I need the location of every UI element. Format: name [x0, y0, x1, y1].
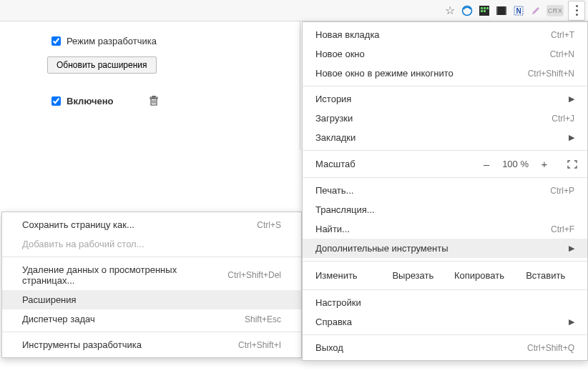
submenu-dev-tools[interactable]: Инструменты разработчика Ctrl+Shift+I	[2, 335, 301, 354]
enabled-label: Включено	[67, 96, 114, 106]
enabled-row: Включено	[52, 95, 283, 106]
edit-cut-button[interactable]: Вырезать	[380, 269, 446, 282]
edit-label: Изменить	[315, 270, 380, 281]
svg-rect-9	[505, 6, 506, 15]
menu-print[interactable]: Печать... Ctrl+P	[303, 181, 587, 200]
star-icon[interactable]: ☆	[444, 4, 456, 17]
chrome-menu-button[interactable]	[568, 1, 585, 21]
trash-icon[interactable]	[148, 95, 160, 106]
menu-shortcut: Ctrl+Shift+Q	[527, 343, 574, 353]
submenu-clear-browsing[interactable]: Удаление данных о просмотренных страница…	[2, 260, 301, 290]
edit-paste-button[interactable]: Вставить	[512, 269, 579, 282]
extension-grid-icon[interactable]	[478, 4, 491, 17]
menu-zoom-row: Масштаб – 100 % +	[303, 154, 587, 174]
chevron-right-icon: ▶	[569, 133, 574, 142]
chevron-right-icon: ▶	[569, 317, 574, 327]
menu-shortcut: Ctrl+J	[552, 114, 574, 124]
menu-history[interactable]: История ▶	[303, 89, 587, 109]
menu-label: Дополнительные инструменты	[315, 243, 449, 254]
svg-rect-3	[484, 7, 486, 9]
menu-settings[interactable]: Настройки	[303, 293, 587, 312]
menu-separator	[303, 334, 587, 335]
svg-text:N: N	[516, 7, 521, 15]
chevron-right-icon: ▶	[569, 94, 574, 104]
menu-label: Найти...	[315, 224, 350, 234]
menu-separator	[2, 257, 301, 257]
edit-copy-button[interactable]: Копировать	[446, 269, 513, 282]
menu-incognito[interactable]: Новое окно в режиме инкогнито Ctrl+Shift…	[303, 64, 587, 83]
menu-exit[interactable]: Выход Ctrl+Shift+Q	[303, 338, 587, 357]
dev-mode-checkbox[interactable]	[52, 36, 61, 46]
svg-rect-17	[152, 96, 155, 98]
submenu-label: Расширения	[22, 294, 77, 305]
menu-label: Новая вкладка	[315, 29, 380, 40]
menu-label: Новое окно	[315, 49, 365, 59]
menu-label: Закладки	[315, 132, 356, 143]
menu-label: Трансляция...	[315, 204, 375, 215]
submenu-shortcut: Ctrl+Shift+I	[238, 340, 281, 350]
zoom-out-button[interactable]: –	[481, 158, 492, 170]
more-tools-submenu: Сохранить страницу как... Ctrl+S Добавит…	[1, 212, 302, 358]
fullscreen-icon[interactable]	[566, 159, 579, 169]
zoom-in-button[interactable]: +	[539, 158, 550, 170]
submenu-shortcut: Ctrl+Shift+Del	[227, 270, 281, 280]
menu-new-window[interactable]: Новое окно Ctrl+N	[303, 44, 587, 64]
menu-edit-row: Изменить Вырезать Копировать Вставить	[303, 264, 587, 287]
svg-rect-4	[486, 7, 489, 9]
menu-separator	[303, 86, 587, 86]
svg-rect-2	[481, 7, 483, 9]
submenu-label: Добавить на рабочий стол...	[22, 239, 144, 249]
extension-film-icon[interactable]	[495, 4, 508, 17]
browser-toolbar: ☆ N CRX	[0, 0, 588, 21]
menu-help[interactable]: Справка ▶	[303, 312, 587, 332]
menu-separator	[2, 332, 301, 332]
svg-rect-7	[496, 6, 506, 15]
submenu-shortcut: Shift+Esc	[245, 314, 281, 324]
svg-rect-5	[481, 10, 483, 12]
svg-rect-6	[484, 10, 486, 12]
menu-separator	[303, 150, 587, 151]
menu-label: Справка	[315, 317, 352, 327]
menu-find[interactable]: Найти... Ctrl+F	[303, 219, 587, 239]
crx-badge[interactable]: CRX	[547, 5, 564, 16]
extension-edge-icon[interactable]	[461, 4, 474, 17]
update-extensions-button[interactable]: Обновить расширения	[47, 56, 157, 74]
dev-mode-row: Режим разработчика	[52, 36, 283, 46]
extension-n-icon[interactable]: N	[512, 4, 525, 17]
menu-more-tools[interactable]: Дополнительные инструменты ▶	[303, 239, 587, 258]
menu-label: Печать...	[315, 185, 353, 196]
extension-pencil-icon[interactable]	[529, 4, 542, 17]
submenu-save-page[interactable]: Сохранить страницу как... Ctrl+S	[2, 215, 301, 234]
submenu-label: Удаление данных о просмотренных страница…	[22, 264, 227, 286]
menu-label: Настройки	[315, 297, 361, 308]
submenu-task-manager[interactable]: Диспетчер задач Shift+Esc	[2, 309, 301, 329]
menu-label: История	[315, 94, 351, 104]
submenu-extensions[interactable]: Расширения	[2, 290, 301, 309]
submenu-label: Инструменты разработчика	[22, 339, 142, 350]
dev-mode-label: Режим разработчика	[67, 36, 157, 46]
chevron-right-icon: ▶	[569, 244, 574, 253]
menu-separator	[303, 177, 587, 178]
menu-label: Новое окно в режиме инкогнито	[315, 68, 454, 79]
zoom-controls: – 100 % +	[481, 158, 579, 170]
menu-label: Выход	[315, 342, 343, 353]
chrome-main-menu: Новая вкладка Ctrl+T Новое окно Ctrl+N Н…	[302, 21, 588, 361]
menu-bookmarks[interactable]: Закладки ▶	[303, 128, 587, 147]
submenu-label: Сохранить страницу как...	[22, 219, 134, 230]
menu-separator	[303, 261, 587, 262]
menu-shortcut: Ctrl+P	[550, 186, 574, 196]
menu-cast[interactable]: Трансляция...	[303, 200, 587, 219]
svg-rect-8	[496, 6, 498, 15]
menu-shortcut: Ctrl+F	[551, 224, 574, 234]
enabled-checkbox[interactable]	[52, 96, 61, 106]
menu-new-tab[interactable]: Новая вкладка Ctrl+T	[303, 25, 587, 44]
submenu-label: Диспетчер задач	[22, 314, 95, 324]
menu-shortcut: Ctrl+Shift+N	[528, 69, 574, 79]
menu-shortcut: Ctrl+N	[550, 49, 574, 59]
zoom-label: Масштаб	[315, 159, 481, 169]
menu-shortcut: Ctrl+T	[551, 30, 574, 40]
extensions-page: Режим разработчика Обновить расширения В…	[0, 21, 300, 150]
menu-separator	[303, 289, 587, 290]
submenu-shortcut: Ctrl+S	[257, 220, 281, 230]
menu-downloads[interactable]: Загрузки Ctrl+J	[303, 109, 587, 128]
